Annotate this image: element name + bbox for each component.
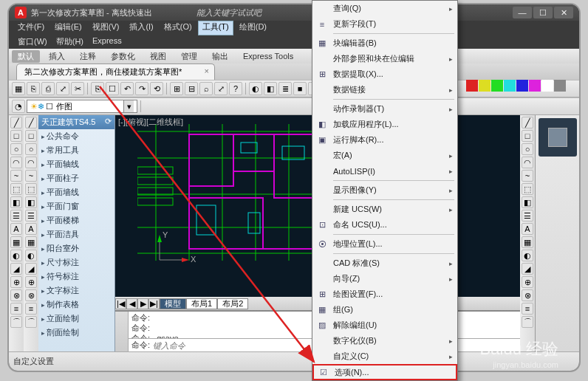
- color-swatch[interactable]: [466, 80, 478, 92]
- vt1-btn-12[interactable]: ⊕: [10, 276, 22, 288]
- layout-tab-0[interactable]: 模型: [160, 298, 186, 309]
- vt1-btn-13[interactable]: ⊗: [10, 289, 22, 301]
- side-item-6[interactable]: 平面楼梯: [38, 213, 114, 227]
- vt1-btn-6[interactable]: ◧: [10, 196, 22, 208]
- vt3-btn-6[interactable]: ◧: [522, 196, 533, 208]
- vt2-btn-10[interactable]: ◐: [25, 250, 37, 261]
- vt2-btn-5[interactable]: ⬚: [25, 183, 37, 195]
- toolbar-btn-13[interactable]: ⤢: [214, 82, 228, 95]
- vt1-btn-1[interactable]: □: [10, 130, 22, 142]
- layout-nav-2[interactable]: ▶: [137, 298, 148, 309]
- menu-item-4[interactable]: 外部参照和块在位编辑: [312, 51, 457, 66]
- vt3-btn-7[interactable]: ☰: [522, 210, 533, 222]
- menu-item-1[interactable]: ≡更新字段(T): [312, 16, 457, 32]
- vt3-btn-1[interactable]: □: [522, 130, 533, 142]
- menu-帮助(H)[interactable]: 帮助(H): [52, 35, 88, 49]
- menu-item-9[interactable]: ◧加载应用程序(L)...: [312, 117, 457, 132]
- toolbar-btn-12[interactable]: ⌕: [199, 82, 213, 95]
- ribbon-tab-5[interactable]: 管理: [175, 50, 203, 63]
- toolbar-btn-2[interactable]: ⎙: [41, 82, 55, 95]
- toolbar-btn-15[interactable]: ◐: [249, 82, 262, 95]
- vt2-btn-7[interactable]: ☰: [25, 210, 37, 222]
- command-handle[interactable]: [115, 312, 129, 351]
- menu-item-19[interactable]: ⦿地理位置(L)...: [312, 236, 457, 252]
- side-item-2[interactable]: 平面轴线: [38, 157, 114, 171]
- menu-窗口(W)[interactable]: 窗口(W): [13, 35, 52, 49]
- vt1-btn-4[interactable]: ~: [10, 170, 22, 182]
- vt3-btn-11[interactable]: ◢: [522, 263, 533, 275]
- vt2-btn-4[interactable]: ~: [25, 170, 37, 182]
- menu-item-8[interactable]: 动作录制器(T): [312, 101, 457, 117]
- vt1-btn-11[interactable]: ◢: [10, 263, 22, 275]
- document-tab[interactable]: 第二次修改方案草图，商住楼建筑方案草图* ×: [16, 64, 215, 80]
- menu-插入(I)[interactable]: 插入(I): [125, 21, 157, 35]
- vt2-btn-15[interactable]: ⌒: [25, 316, 37, 328]
- vt3-btn-12[interactable]: ⊕: [522, 276, 533, 288]
- toolbar-btn-8[interactable]: ↷: [135, 82, 148, 95]
- menu-item-21[interactable]: CAD 标准(S): [312, 255, 457, 271]
- menu-绘图(D)[interactable]: 绘图(D): [235, 21, 271, 35]
- side-item-0[interactable]: 公共命令: [38, 129, 114, 143]
- side-item-12[interactable]: 制作表格: [38, 298, 114, 312]
- menu-item-25[interactable]: ▨解除编组(U): [312, 318, 457, 333]
- side-item-14[interactable]: 剖面绘制: [38, 326, 114, 340]
- side-item-9[interactable]: 尺寸标注: [38, 255, 114, 270]
- vt1-btn-15[interactable]: ⌒: [10, 316, 22, 328]
- vt2-btn-6[interactable]: ◧: [25, 196, 37, 208]
- toolbar-btn-9[interactable]: ⟲: [150, 82, 163, 95]
- menu-item-10[interactable]: ▣运行脚本(R)...: [312, 132, 457, 148]
- refresh-icon[interactable]: ⟳: [105, 117, 112, 128]
- ribbon-tab-4[interactable]: 视图: [144, 50, 172, 63]
- layout-tab-2[interactable]: 布局2: [217, 298, 248, 309]
- menu-item-5[interactable]: ⊞数据提取(X)...: [312, 66, 457, 82]
- vt2-btn-1[interactable]: □: [25, 130, 37, 142]
- vt1-btn-3[interactable]: ◠: [10, 157, 22, 168]
- menu-item-26[interactable]: 数字化仪(B): [312, 333, 457, 349]
- vt1-btn-9[interactable]: ▦: [10, 236, 22, 248]
- vt2-btn-14[interactable]: ≡: [25, 303, 37, 315]
- menu-Express[interactable]: Express: [88, 35, 126, 49]
- ribbon-tab-1[interactable]: 插入: [43, 50, 71, 63]
- toolbar-btn-18[interactable]: ■: [293, 82, 307, 95]
- side-item-1[interactable]: 常用工具: [38, 143, 114, 157]
- vt3-btn-9[interactable]: ▦: [522, 236, 533, 248]
- ribbon-tab-7[interactable]: Express Tools: [237, 51, 299, 61]
- vt2-btn-3[interactable]: ◠: [25, 157, 37, 168]
- view-label[interactable]: [-][俯视][二维线框]: [118, 117, 183, 128]
- toolbar-btn-5[interactable]: ⎘: [91, 82, 104, 95]
- vt3-btn-2[interactable]: ○: [522, 143, 533, 155]
- layout-nav-1[interactable]: ◀: [126, 298, 137, 309]
- menu-item-17[interactable]: ⊡命名 UCS(U)...: [312, 217, 457, 233]
- menu-item-0[interactable]: 查询(Q): [312, 1, 457, 16]
- toolbar-btn-6[interactable]: ☐: [106, 82, 119, 95]
- color-swatch[interactable]: [479, 80, 490, 92]
- menu-视图(V)[interactable]: 视图(V): [88, 21, 124, 35]
- side-item-8[interactable]: 阳台室外: [38, 241, 114, 255]
- menu-编辑(E)[interactable]: 编辑(E): [50, 21, 86, 35]
- viewcube[interactable]: [539, 118, 577, 157]
- toolbar-btn-17[interactable]: ≣: [278, 82, 292, 95]
- maximize-button[interactable]: ☐: [533, 7, 553, 18]
- vt2-btn-8[interactable]: A: [25, 223, 37, 235]
- menu-item-14[interactable]: 显示图像(Y): [312, 182, 457, 198]
- ribbon-tab-0[interactable]: 默认: [12, 50, 40, 63]
- panel-header[interactable]: 天正建筑TS4.5⟳: [38, 115, 114, 129]
- layout-nav-0[interactable]: |◀: [115, 298, 126, 309]
- side-item-7[interactable]: 平面洁具: [38, 227, 114, 241]
- vt1-btn-7[interactable]: ☰: [10, 210, 22, 222]
- menu-文件(F)[interactable]: 文件(F): [13, 21, 49, 35]
- menu-item-23[interactable]: ⊞绘图设置(F)...: [312, 286, 457, 302]
- vt3-btn-0[interactable]: ╱: [522, 117, 533, 128]
- toolbar-btn-16[interactable]: ◧: [264, 82, 277, 95]
- color-swatch[interactable]: [541, 80, 553, 92]
- vt3-btn-13[interactable]: ⊗: [522, 289, 533, 301]
- vt1-btn-0[interactable]: ╱: [10, 117, 22, 128]
- menu-item-28[interactable]: ☑选项(N)...: [312, 364, 457, 380]
- layer-icon[interactable]: ◔: [12, 100, 25, 113]
- menu-item-3[interactable]: ▦块编辑器(B): [312, 35, 457, 51]
- vt3-btn-15[interactable]: ⌒: [522, 316, 533, 328]
- menu-工具(T)[interactable]: 工具(T): [198, 21, 233, 35]
- vt3-btn-3[interactable]: ◠: [522, 157, 533, 168]
- toolbar-btn-11[interactable]: ⊟: [185, 82, 198, 95]
- menu-item-27[interactable]: 自定义(C): [312, 349, 457, 364]
